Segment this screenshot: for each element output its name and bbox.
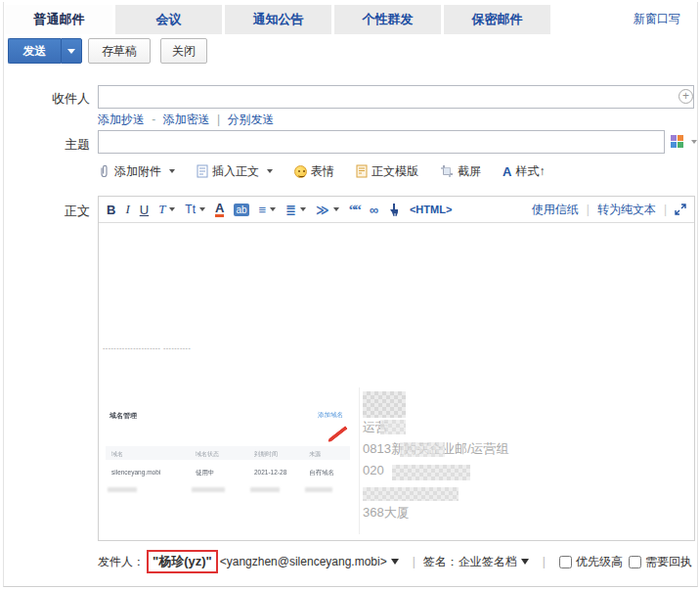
- list-icon[interactable]: ≣: [285, 203, 306, 217]
- highlight-color-icon[interactable]: ab: [234, 204, 248, 216]
- screenshot-button[interactable]: 截屏: [440, 163, 481, 180]
- align-glyph: ≡: [259, 203, 267, 217]
- align-icon[interactable]: ≡: [259, 203, 277, 217]
- grid-square-green: [678, 142, 683, 148]
- style-button[interactable]: A 样式↑: [503, 163, 545, 180]
- subject-input[interactable]: [98, 130, 665, 154]
- paperclip-icon: [98, 164, 110, 178]
- format-toolbar: B I U T Tt A ab ≡ ≣ ≫ ““ ∞ <HTML> 使用信纸 |…: [99, 197, 694, 223]
- compose-window: 普通邮件 会议 通知公告 个性群发 保密邮件 新窗口写 发送 存草稿 关闭 收件…: [0, 0, 700, 590]
- to-plain-text-link[interactable]: 转为纯文本: [597, 202, 656, 218]
- recipient-label: 收件人: [0, 90, 90, 108]
- send-dropdown-button[interactable]: [61, 38, 82, 64]
- embed-table-row: silenceyang.mobi 使用中 2021-12-28 自有域名: [106, 464, 350, 479]
- hyperlink-icon[interactable]: ∞: [370, 203, 378, 217]
- chevron-down-icon: [270, 207, 276, 211]
- font-effect-icon[interactable]: T: [158, 202, 175, 217]
- embed-add-domain-link: 添加域名: [318, 411, 343, 420]
- signature-value: 企业签名档: [459, 554, 517, 570]
- indent-icon[interactable]: ≫: [316, 203, 339, 217]
- signature-dropdown-icon[interactable]: [521, 559, 529, 565]
- need-receipt-checkbox[interactable]: [629, 556, 641, 568]
- body-template-label: 正文模版: [372, 163, 418, 180]
- document-icon: [197, 164, 208, 178]
- insert-toolbar: 添加附件 插入正文 表情 正文模版 截屏 A 样: [98, 160, 545, 182]
- tab-confidential-mail[interactable]: 保密邮件: [444, 5, 550, 34]
- template-icon: [356, 164, 368, 178]
- vertical-separator: |: [413, 555, 416, 568]
- grid-square-orange: [678, 135, 683, 141]
- tab-personalized-mass[interactable]: 个性群发: [334, 5, 441, 34]
- format-toolbar-right: 使用信纸 | 转为纯文本 |: [532, 202, 686, 218]
- embed-table-header: 域名 域名状态 到期时间 来源: [106, 446, 350, 460]
- signature-line-building: 368大厦: [363, 504, 410, 522]
- format-brush-icon[interactable]: [388, 204, 400, 216]
- save-draft-button[interactable]: 存草稿: [88, 38, 151, 64]
- underline-icon[interactable]: U: [140, 203, 149, 217]
- from-dropdown-icon[interactable]: [391, 559, 399, 565]
- signature-line-phone: 020: [363, 463, 384, 477]
- close-button[interactable]: 关闭: [160, 38, 207, 64]
- high-priority-checkbox[interactable]: [559, 556, 572, 568]
- tab-meeting[interactable]: 会议: [115, 5, 222, 34]
- red-pencil-icon: [327, 426, 347, 443]
- subject-label: 主题: [0, 136, 90, 154]
- vertical-separator: |: [543, 555, 546, 568]
- embed-col-expiry: 到期时间: [254, 450, 278, 459]
- signature-label: 签名：: [423, 554, 459, 570]
- font-size-icon[interactable]: Tt: [185, 203, 205, 216]
- insert-body-button[interactable]: 插入正文: [197, 163, 273, 180]
- signature-blur-patch: [392, 465, 470, 480]
- need-receipt-label: 需要回执: [645, 554, 692, 570]
- add-contact-icon[interactable]: +: [678, 89, 693, 104]
- embedded-screenshot-image: 域名管理 添加域名 域名 域名状态 到期时间 来源 silenceyang.mo…: [102, 387, 360, 534]
- signature-blur-patch: [363, 487, 459, 501]
- chevron-down-icon: [267, 169, 273, 173]
- tab-bar: 普通邮件 会议 通知公告 个性群发 保密邮件: [6, 5, 698, 34]
- body-label: 正文: [0, 203, 90, 220]
- grid-square-purple: [671, 135, 677, 141]
- embed-col-domain: 域名: [111, 450, 123, 459]
- font-size-glyph: Tt: [185, 203, 196, 216]
- app-grid-icon[interactable]: [671, 135, 683, 148]
- grid-caret-icon[interactable]: [691, 140, 697, 144]
- italic-icon[interactable]: I: [125, 202, 129, 217]
- signature-blur-patch: [380, 420, 406, 434]
- embed-cell-expiry: 2021-12-28: [254, 469, 286, 476]
- body-template-button[interactable]: 正文模版: [356, 163, 418, 180]
- add-attachment-button[interactable]: 添加附件: [98, 163, 175, 180]
- style-a-icon: A: [503, 164, 511, 179]
- editor-canvas[interactable]: --------------------- ---------- 域名管理 添加…: [99, 223, 694, 540]
- embed-title: 域名管理: [109, 411, 137, 421]
- add-cc-link[interactable]: 添加抄送: [98, 113, 145, 126]
- embed-cell-source: 自有域名: [309, 469, 334, 477]
- recipient-input[interactable]: [98, 85, 694, 109]
- sender-footer: 发件人： "杨珍(yz)" <yangzhen@silenceyang.mobi…: [98, 550, 698, 573]
- from-email: <yangzhen@silenceyang.mobi>: [220, 555, 387, 568]
- pipe-separator: |: [217, 113, 220, 126]
- html-source-button[interactable]: <HTML>: [410, 204, 452, 215]
- embed-col-status: 域名状态: [196, 450, 219, 459]
- bold-icon[interactable]: B: [107, 203, 115, 217]
- emoticon-button[interactable]: 表情: [294, 163, 334, 180]
- new-window-link[interactable]: 新窗口写: [634, 11, 680, 27]
- blockquote-icon[interactable]: ““: [349, 202, 360, 218]
- tab-normal-mail[interactable]: 普通邮件: [6, 5, 112, 34]
- embed-cell-domain: silenceyang.mobi: [111, 469, 160, 476]
- chevron-down-icon: [67, 49, 75, 54]
- signature-blur-patch: [400, 442, 445, 457]
- add-bcc-link[interactable]: 添加密送: [163, 113, 210, 126]
- tab-notice[interactable]: 通知公告: [225, 5, 331, 34]
- from-label: 发件人：: [98, 554, 145, 570]
- use-stationery-link[interactable]: 使用信纸: [532, 202, 579, 218]
- screenshot-crop-icon: [440, 164, 454, 178]
- font-color-icon[interactable]: A: [215, 203, 224, 217]
- priority-checkbox-group: 优先级高: [559, 554, 623, 570]
- send-separately-link[interactable]: 分别发送: [228, 113, 275, 126]
- screenshot-label: 截屏: [458, 163, 481, 180]
- from-name-highlighted: "杨珍(yz)": [147, 550, 218, 573]
- expand-editor-icon[interactable]: [675, 204, 686, 215]
- rich-text-editor: B I U T Tt A ab ≡ ≣ ≫ ““ ∞ <HTML> 使用信纸 |…: [98, 196, 695, 541]
- list-glyph: ≣: [285, 203, 296, 217]
- send-button[interactable]: 发送: [8, 38, 61, 64]
